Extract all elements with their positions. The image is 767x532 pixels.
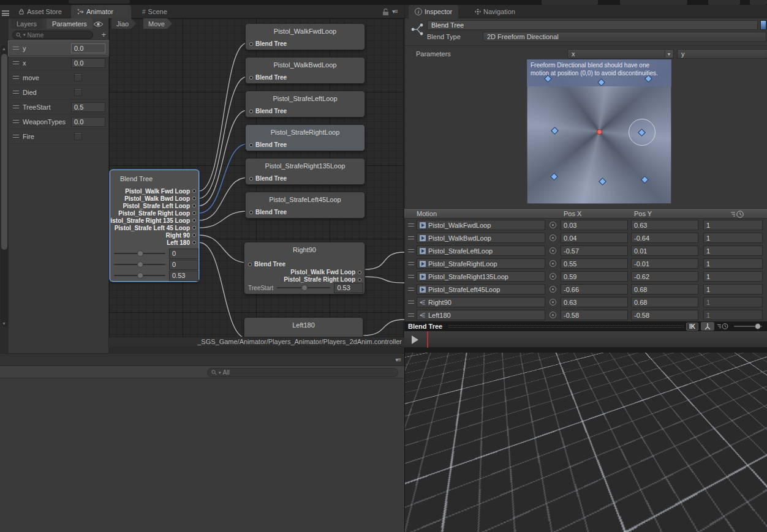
motion-point-pistol_strafeleftloop[interactable] <box>551 127 559 135</box>
blend-node-port[interactable]: Pistol_Walk Bwd Loop <box>124 195 196 202</box>
blend-type-dropdown[interactable]: 2D Freeform Directional <box>483 32 766 42</box>
blend-node-port[interactable]: Pistol_Strafe Right 135 Loop <box>110 217 196 224</box>
parameter-row[interactable]: Died <box>9 85 109 100</box>
param-y-dropdown[interactable]: y <box>677 49 767 59</box>
pos-y-field[interactable]: 0.01 <box>631 245 698 256</box>
project-search-input[interactable]: ▾ All <box>207 368 398 377</box>
pos-y-field[interactable]: -0.62 <box>631 271 698 282</box>
parameter-checkbox[interactable] <box>74 73 82 81</box>
preview-speed-slider[interactable] <box>734 326 762 327</box>
pos-y-field[interactable]: -0.64 <box>631 233 698 243</box>
motion-table-row[interactable]: Pistol_StrafeRight135Loop0.59-0.621 <box>404 270 767 283</box>
motion-point-left180[interactable] <box>550 173 558 181</box>
parameter-value-field[interactable]: 0.0 <box>71 43 105 53</box>
motion-field[interactable]: Pistol_StrafeRightLoop <box>417 258 545 269</box>
blend-node-port[interactable]: Left 180 <box>167 239 196 246</box>
parameter-row[interactable]: y0.0 <box>9 41 109 56</box>
blend-position-marker[interactable] <box>597 129 602 135</box>
motion-field[interactable]: Pistol_StrafeLeft45Loop <box>417 284 545 294</box>
object-picker-icon[interactable] <box>550 299 556 305</box>
blend-node-port[interactable]: Pistol_Strafe Left Loop <box>123 202 196 209</box>
slider-value-field[interactable]: 0 <box>169 249 198 259</box>
tab-inspector[interactable]: i Inspector <box>409 5 458 18</box>
blend-tree-name-field[interactable]: Blend Tree <box>427 20 758 30</box>
toolbar-button-partial[interactable] <box>708 0 740 5</box>
eye-icon[interactable] <box>93 21 104 28</box>
preset-icon[interactable] <box>760 20 766 30</box>
weight-field[interactable]: 1 <box>703 284 763 294</box>
tab-animator[interactable]: Animator <box>71 5 131 18</box>
weight-field[interactable]: 1 <box>703 245 763 256</box>
breadcrumb-jiao[interactable]: Jiao <box>111 18 136 29</box>
pos-y-field[interactable]: 0.63 <box>631 220 698 230</box>
panel-menu-icon[interactable]: ▾≡ <box>392 8 398 15</box>
ik-toggle-button[interactable]: IK <box>686 323 698 331</box>
motion-field[interactable]: Left180 <box>417 310 545 320</box>
tab-navigation[interactable]: Navigation <box>469 5 521 18</box>
play-button[interactable] <box>407 334 423 345</box>
node-input-port[interactable]: Blend Tree <box>249 141 287 148</box>
node-input-port[interactable]: Blend Tree <box>249 108 287 114</box>
node-pistol_walkbwdloop[interactable]: Pistol_WalkBwdLoopBlend Tree <box>245 57 365 84</box>
motion-field[interactable]: Right90 <box>417 297 545 307</box>
add-parameter-button[interactable]: + <box>101 30 106 39</box>
blend-slider[interactable] <box>114 264 165 265</box>
object-picker-icon[interactable] <box>550 273 556 280</box>
parameter-value-field[interactable]: 0.0 <box>71 117 105 127</box>
preview-speed-button[interactable] <box>717 322 730 331</box>
object-picker-icon[interactable] <box>550 260 556 267</box>
pos-x-field[interactable]: -0.58 <box>561 310 628 320</box>
toolbar-button-partial[interactable] <box>620 0 687 5</box>
object-picker-icon[interactable] <box>550 286 556 293</box>
node-input-port[interactable]: Blend Tree <box>249 175 287 182</box>
object-picker-icon[interactable] <box>550 312 556 318</box>
preview-header[interactable]: Blend Tree IK <box>404 321 767 331</box>
weight-field[interactable]: 1 <box>703 271 763 282</box>
pivot-axis-button[interactable] <box>701 322 714 331</box>
blend-space-pad[interactable]: Freeform Directional blend should have o… <box>527 59 671 204</box>
parameter-checkbox[interactable] <box>74 88 82 96</box>
panel-menu-icon[interactable]: ▾≡ <box>395 356 401 363</box>
slider-thumb[interactable] <box>137 272 143 279</box>
pos-x-field[interactable]: 0.03 <box>561 220 628 230</box>
motion-table-row[interactable]: Pistol_StrafeLeftLoop-0.570.011 <box>404 244 767 257</box>
pos-y-field[interactable]: -0.58 <box>631 310 698 320</box>
weight-field[interactable]: 1 <box>703 258 763 269</box>
toolbar-button-partial[interactable] <box>750 0 767 5</box>
motion-field[interactable]: Pistol_WalkBwdLoop <box>417 233 545 243</box>
parameter-search-input[interactable]: ▾ Name <box>12 31 93 39</box>
node-pistol_strafeleftloop[interactable]: Pistol_StrafeLeftLoopBlend Tree <box>245 91 365 118</box>
slider-thumb[interactable] <box>137 250 143 257</box>
node-pistol_straferight135loop[interactable]: Pistol_StrafeRight135LoopBlend Tree <box>245 158 365 185</box>
timeline-marker[interactable] <box>427 331 428 348</box>
node-input-port[interactable]: Blend Tree <box>248 261 285 268</box>
blend-slider[interactable] <box>114 275 165 276</box>
slider-thumb[interactable] <box>137 261 143 268</box>
pos-x-field[interactable]: -0.57 <box>561 245 628 256</box>
node-input-port[interactable]: Blend Tree <box>249 74 287 81</box>
parameter-row[interactable]: move <box>9 70 109 85</box>
left-scrollbar[interactable]: ▲ ▼ <box>1 45 8 327</box>
tab-layers[interactable]: Layers <box>11 18 42 29</box>
object-picker-icon[interactable] <box>550 247 556 254</box>
weight-field[interactable]: 1 <box>703 233 763 243</box>
blend-node-port[interactable]: Pistol_Strafe Right Loop <box>118 209 196 217</box>
motion-field[interactable]: Pistol_WalkFwdLoop <box>417 220 545 230</box>
lock-icon[interactable] <box>382 8 389 16</box>
blend-node-port[interactable]: Right 90 <box>166 231 196 239</box>
pos-x-field[interactable]: -0.66 <box>561 284 628 294</box>
node-blend-tree[interactable]: Blend Tree Pistol_Walk Fwd LoopPistol_Wa… <box>110 170 199 282</box>
node-pistol_strafeleft45loop[interactable]: Pistol_StrafeLeft45LoopBlend Tree <box>245 192 365 219</box>
pos-x-field[interactable]: 0.59 <box>561 271 628 282</box>
object-picker-icon[interactable] <box>550 222 556 228</box>
blend-slider[interactable] <box>277 287 330 288</box>
slider-value-field[interactable]: 0.53 <box>334 283 363 293</box>
pos-x-field[interactable]: 0.04 <box>561 233 628 243</box>
toolbar-button-partial[interactable] <box>542 0 598 5</box>
node-pistol_walkfwdloop[interactable]: Pistol_WalkFwdLoopBlend Tree <box>245 23 365 50</box>
breadcrumb-move[interactable]: Move <box>143 18 172 29</box>
tab-scene[interactable]: # Scene <box>136 5 173 18</box>
pos-y-field[interactable]: -0.01 <box>631 258 698 269</box>
slider-value-field[interactable]: 0 <box>169 260 198 270</box>
node-input-port[interactable]: Blend Tree <box>249 40 287 47</box>
